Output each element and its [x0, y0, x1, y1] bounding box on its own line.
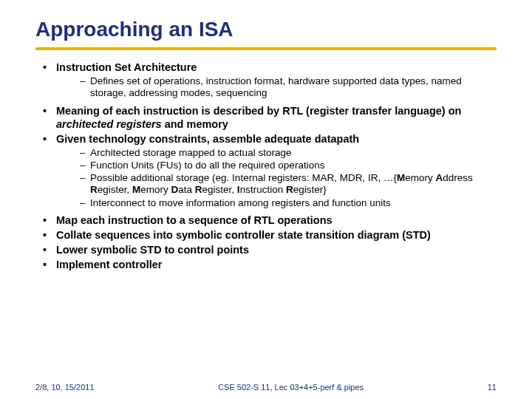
- bullet-list: Instruction Set Architecture Defines set…: [35, 61, 497, 100]
- bullet-meaning: Meaning of each instruction is described…: [35, 104, 497, 131]
- title-underline: [35, 47, 497, 50]
- t: M: [132, 184, 140, 195]
- slide-footer: 2/8, 10, 15/2011 CSE 502-S 11, Lec 03+4+…: [0, 383, 532, 392]
- t: R: [286, 184, 293, 195]
- bullet-text-em: architected registers: [56, 118, 162, 130]
- bullet-list: Map each instruction to a sequence of RT…: [35, 214, 497, 272]
- bullet-text-pre: Meaning of each instruction is described…: [56, 105, 461, 117]
- bullet-datapath: Given technology constraints, assemble a…: [35, 132, 497, 209]
- slide-content: Instruction Set Architecture Defines set…: [35, 61, 497, 271]
- t: egister,: [98, 184, 132, 195]
- slide-title: Approaching an ISA: [35, 18, 497, 41]
- t: R: [195, 184, 202, 195]
- t: D: [171, 184, 179, 195]
- t: emory: [405, 172, 435, 183]
- bullet-text: Instruction Set Architecture: [56, 61, 197, 73]
- t: nstruction: [240, 184, 286, 195]
- sub-list: Architected storage mapped to actual sto…: [56, 147, 497, 209]
- bullet-lower: Lower symbolic STD to control points: [35, 243, 497, 256]
- t: ddress: [443, 172, 473, 183]
- bullet-text: Given technology constraints, assemble a…: [56, 133, 359, 145]
- t: egister}: [293, 184, 327, 195]
- bullet-list: Meaning of each instruction is described…: [35, 104, 497, 209]
- slide: Approaching an ISA Instruction Set Archi…: [0, 0, 532, 271]
- bullet-collate: Collate sequences into symbolic controll…: [35, 228, 497, 242]
- footer-course: CSE 502-S 11, Lec 03+4+5-perf & pipes: [218, 383, 364, 392]
- t: egister,: [202, 184, 237, 195]
- sub-bullet: Defines set of operations, instruction f…: [56, 75, 497, 99]
- t: R: [90, 184, 98, 195]
- bullet-isa: Instruction Set Architecture Defines set…: [35, 61, 497, 100]
- bullet-map: Map each instruction to a sequence of RT…: [35, 214, 497, 227]
- sub-bullet: Architected storage mapped to actual sto…: [56, 147, 497, 159]
- t: M: [397, 172, 405, 183]
- sub-bullet: Interconnect to move information among r…: [56, 197, 497, 209]
- sub-bullet: Function Units (FUs) to do all the requi…: [56, 160, 497, 171]
- bullet-text-post: and memory: [162, 118, 228, 130]
- t: ata: [178, 184, 195, 195]
- t: A: [435, 172, 443, 183]
- footer-date: 2/8, 10, 15/2011: [35, 383, 95, 392]
- bullet-implement: Implement controller: [35, 258, 497, 271]
- footer-page-number: 11: [488, 383, 497, 392]
- t: Possible additional storage (eg. Interna…: [90, 172, 397, 183]
- t: emory: [140, 184, 171, 195]
- sub-bullet-registers: Possible additional storage (eg. Interna…: [56, 172, 497, 196]
- sub-list: Defines set of operations, instruction f…: [56, 75, 497, 99]
